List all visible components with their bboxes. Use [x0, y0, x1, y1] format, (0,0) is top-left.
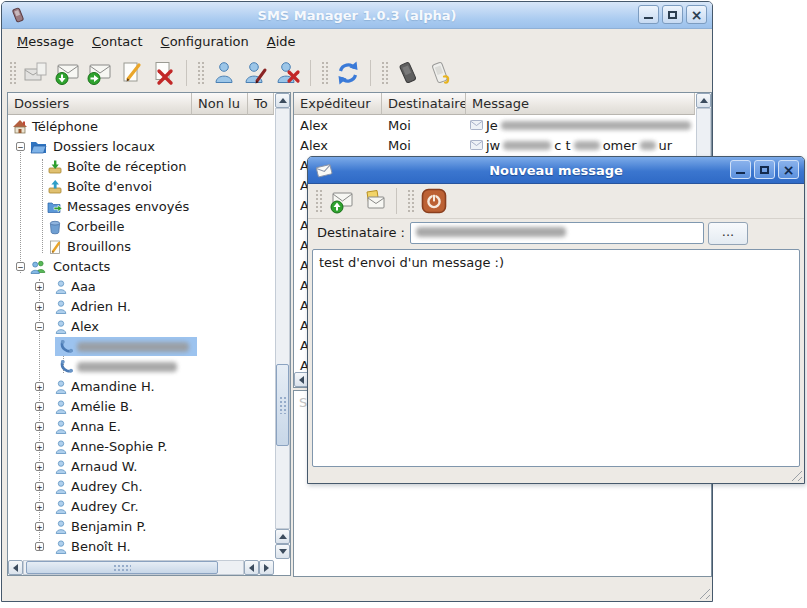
refresh-button[interactable]: [333, 58, 363, 88]
tree-item-messages-envoy-s[interactable]: Messages envoyés: [8, 197, 274, 217]
tree-item-beno-t-h-[interactable]: +Benoît H.: [8, 537, 274, 557]
message-fragment: omer: [603, 138, 637, 153]
tree-item-phone-number[interactable]: [8, 357, 274, 377]
maximize-button[interactable]: [754, 160, 775, 179]
thumb-grip: [113, 564, 131, 572]
message-row[interactable]: AlexMoiJe: [294, 115, 695, 135]
expand-expander[interactable]: +: [35, 382, 44, 391]
arrow-up-icon: [700, 98, 708, 103]
menubar: MessageContactConfigurationAide: [2, 29, 712, 54]
receive-mail-button[interactable]: [53, 58, 83, 88]
menu-configuration[interactable]: Configuration: [152, 31, 258, 52]
tree-item-arnaud-w-[interactable]: +Arnaud W.: [8, 457, 274, 477]
tree-item-t-l-phone[interactable]: Téléphone: [8, 117, 274, 137]
tree-item-audrey-ch-[interactable]: +Audrey Ch.: [8, 477, 274, 497]
tree-item-adrien-h-[interactable]: +Adrien H.: [8, 297, 274, 317]
tree-item-bo-te-d-envoi[interactable]: Boîte d'envoi: [8, 177, 274, 197]
toolbar-grip[interactable]: [197, 61, 204, 85]
column-header-total[interactable]: To: [248, 93, 274, 115]
tree-item-audrey-cr-[interactable]: +Audrey Cr.: [8, 497, 274, 517]
blurred-message-text: [574, 141, 600, 150]
expand-expander[interactable]: +: [35, 302, 44, 311]
toolbar-grip[interactable]: [321, 61, 328, 85]
dialog-titlebar[interactable]: Nouveau message ×: [308, 157, 804, 184]
toolbar-grip[interactable]: [381, 61, 388, 85]
menu-aide[interactable]: Aide: [258, 31, 305, 52]
delete-message-button[interactable]: [149, 58, 179, 88]
scroll-up-button[interactable]: [696, 93, 711, 108]
recipient-input[interactable]: [410, 222, 704, 244]
tree-item-dossiers-locaux[interactable]: −Dossiers locaux: [8, 137, 274, 157]
scroll-left-button[interactable]: [244, 560, 259, 575]
expand-expander[interactable]: +: [35, 442, 44, 451]
phone-detect-button[interactable]: [425, 58, 455, 88]
toolbar-grip[interactable]: [9, 61, 16, 85]
send-mail-button[interactable]: [85, 58, 115, 88]
resize-grip-icon[interactable]: [697, 586, 710, 599]
scroll-right-button[interactable]: [259, 560, 274, 575]
collapse-expander[interactable]: −: [35, 322, 44, 331]
main-titlebar[interactable]: SMS Manager 1.0.3 (alpha) ×: [2, 2, 712, 29]
scroll-up-button[interactable]: [275, 93, 290, 108]
column-header-dossiers[interactable]: Dossiers: [8, 93, 192, 115]
close-button[interactable]: ×: [686, 5, 707, 24]
menu-contact[interactable]: Contact: [83, 31, 152, 52]
maximize-button[interactable]: [662, 5, 683, 24]
tree-item-aaa[interactable]: +Aaa: [8, 277, 274, 297]
expand-expander[interactable]: +: [35, 522, 44, 531]
scroll-down-button[interactable]: [275, 544, 290, 559]
tree-item-amandine-h-[interactable]: +Amandine H.: [8, 377, 274, 397]
scrollbar-track[interactable]: [23, 560, 244, 575]
message-preview: jwc tomerur: [466, 138, 695, 153]
tree-item-alex[interactable]: −Alex: [8, 317, 274, 337]
tree-item-label: Alex: [71, 319, 99, 334]
phone-offline-button[interactable]: [393, 58, 423, 88]
tree-item-am-lie-b-[interactable]: +Amélie B.: [8, 397, 274, 417]
column-header-non-lu[interactable]: Non lu: [192, 93, 248, 115]
resize-grip-icon[interactable]: [789, 468, 802, 481]
recipient-label: Destinataire :: [317, 225, 405, 240]
collapse-expander[interactable]: −: [16, 142, 25, 151]
expand-expander[interactable]: +: [35, 402, 44, 411]
minimize-button[interactable]: [730, 160, 751, 179]
tree-item-benjamin-p-[interactable]: +Benjamin P.: [8, 517, 274, 537]
close-icon: ×: [783, 163, 795, 177]
tree-item-contacts[interactable]: −Contacts: [8, 257, 274, 277]
scrollbar-thumb[interactable]: [26, 561, 218, 574]
delete-contact-button[interactable]: [273, 58, 303, 88]
edit-contact-button[interactable]: [241, 58, 271, 88]
column-header-message[interactable]: Message: [466, 93, 695, 115]
expand-expander[interactable]: +: [35, 502, 44, 511]
scrollbar-track[interactable]: [275, 108, 290, 529]
expand-expander[interactable]: +: [35, 542, 44, 551]
message-row[interactable]: AlexMoijwc tomerur: [294, 135, 695, 155]
send-message-button[interactable]: [327, 186, 357, 216]
expand-expander[interactable]: +: [35, 422, 44, 431]
tree-item-corbeille[interactable]: Corbeille: [8, 217, 274, 237]
add-contact-button[interactable]: [209, 58, 239, 88]
toolbar-grip[interactable]: [407, 189, 414, 213]
tree-item-bo-te-de-r-ception[interactable]: Boîte de réception: [8, 157, 274, 177]
collapse-expander[interactable]: −: [16, 262, 25, 271]
expand-expander[interactable]: +: [35, 482, 44, 491]
expand-expander[interactable]: +: [35, 462, 44, 471]
scrollbar-thumb[interactable]: [276, 364, 289, 446]
tree-item-brouillons[interactable]: Brouillons: [8, 237, 274, 257]
tree-item-anne-sophie-p-[interactable]: +Anne-Sophie P.: [8, 437, 274, 457]
compose-button[interactable]: [117, 58, 147, 88]
message-body-textarea[interactable]: test d'envoi d'un message :): [312, 249, 800, 467]
save-draft-button[interactable]: [359, 186, 389, 216]
close-button[interactable]: ×: [778, 160, 799, 179]
close-power-button[interactable]: [419, 186, 449, 216]
toolbar-grip[interactable]: [315, 189, 322, 213]
column-header-expediteur[interactable]: Expéditeur: [294, 93, 382, 115]
tree-item-anna-e-[interactable]: +Anna E.: [8, 417, 274, 437]
scroll-up-button[interactable]: [275, 529, 290, 544]
expand-expander[interactable]: +: [35, 282, 44, 291]
browse-contacts-button[interactable]: ...: [708, 222, 748, 245]
tree-item-phone-number[interactable]: [8, 337, 274, 357]
menu-message[interactable]: Message: [8, 31, 83, 52]
column-header-destinataire[interactable]: Destinataire: [382, 93, 466, 115]
minimize-button[interactable]: [638, 5, 659, 24]
scroll-left-button[interactable]: [8, 560, 23, 575]
